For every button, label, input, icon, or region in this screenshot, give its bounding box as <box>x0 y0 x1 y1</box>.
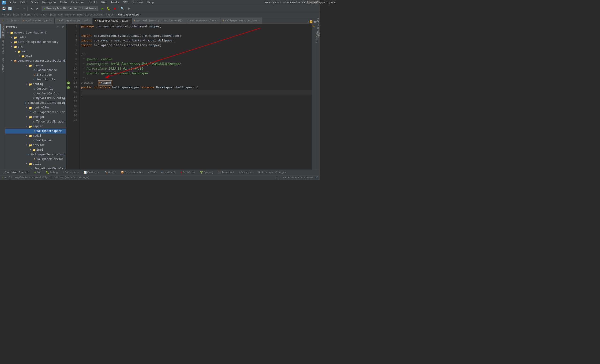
tab-close-service[interactable]: ✕ <box>258 19 260 22</box>
tree-config[interactable]: ▼ 📁 config <box>5 82 66 87</box>
bottom-tab-services[interactable]: ⚙ Services <box>237 170 255 175</box>
sync-button[interactable]: 🔄 <box>7 6 13 11</box>
tab-pl-java[interactable]: J .pl.java ✕ <box>0 18 21 24</box>
tree-image-upload[interactable]: C ImageUploadServlet <box>5 166 66 170</box>
debug-button[interactable]: 🐛 <box>106 6 112 11</box>
bottom-tab-spring[interactable]: 🌱 Spring <box>198 170 215 175</box>
bottom-tab-build[interactable]: 🔨 Build <box>103 170 118 175</box>
tree-tencent-cos[interactable]: C TencentCosClientConfig <box>5 101 66 105</box>
project-selector[interactable]: ▶ MemoryIconBackendApplication ▼ <box>42 6 98 11</box>
tree-main[interactable]: ▼ 📁 main <box>5 49 66 54</box>
tree-model[interactable]: ▼ 📁 model <box>5 134 66 138</box>
bottom-tab-debug[interactable]: 🐛 Debug <box>44 170 59 175</box>
bottom-tab-todo[interactable]: ✓ TODO <box>146 170 159 175</box>
tree-tencent-cos-manager[interactable]: C TencentCosManager <box>5 119 66 124</box>
tab-close-pom[interactable]: ✕ <box>182 19 184 22</box>
run-button[interactable]: ▶ <box>100 6 105 11</box>
menu-file[interactable]: File <box>8 0 18 5</box>
bottom-tab-problems[interactable]: ● Problems <box>178 170 197 175</box>
tree-error-code[interactable]: E ErrorCode <box>5 73 66 77</box>
sidebar-settings-button[interactable]: ⚙ <box>61 25 65 29</box>
tree-knife4j[interactable]: C Knife4jConfig <box>5 91 66 96</box>
tree-common[interactable]: ▼ 📁 common <box>5 63 66 68</box>
bottom-tab-dependencies[interactable]: 📦 Dependencies <box>119 170 145 175</box>
vtab-bookmarks[interactable]: Bookmarks <box>0 38 5 56</box>
tab-wallpaper-mapper-java[interactable]: J WallpaperMapper.java ✕ <box>93 18 132 24</box>
menu-build[interactable]: Build <box>87 0 99 5</box>
tab-close-xml[interactable]: ✕ <box>89 19 91 22</box>
tab-close-pl-java[interactable]: ✕ <box>18 19 19 22</box>
breadcrumb-src[interactable]: src <box>34 13 38 16</box>
bottom-tab-terminal[interactable]: ⬛ Terminal <box>216 170 236 175</box>
tree-impl[interactable]: ▼ 📁 impl <box>5 147 66 152</box>
bottom-tab-endpoints[interactable]: ⚡ Endpoints <box>60 170 80 175</box>
tree-manager[interactable]: ▼ 📁 manager <box>5 115 66 119</box>
status-spaces[interactable]: 4 spaces <box>301 176 313 179</box>
tab-wallpaper-mapper-xml[interactable]: X WallpaperMapper.xml ✕ <box>55 18 93 24</box>
tree-result-utils[interactable]: C ResultUtils <box>5 77 66 82</box>
menu-edit[interactable]: Edit <box>19 0 29 5</box>
undo-button[interactable]: ↩ <box>15 6 20 11</box>
tab-wallpaper-service[interactable]: J WallpaperService.java ✕ <box>221 18 262 24</box>
tab-close-mapper[interactable]: ✕ <box>129 19 130 22</box>
vtab-structure[interactable]: Structure <box>0 56 5 74</box>
menu-refactor[interactable]: Refactor <box>69 0 86 5</box>
tree-wallpaper[interactable]: C Wallpaper <box>5 138 66 143</box>
tree-wallpaper-service[interactable]: I WallpaperService <box>5 157 66 162</box>
bottom-tab-run[interactable]: ▶ Run <box>33 170 43 175</box>
tab-application-yaml[interactable]: Y application.yaml ✕ <box>21 18 55 24</box>
bottom-tab-vcs[interactable]: ⎇ Version Control <box>1 170 32 175</box>
tree-root[interactable]: ▼ 📁 memory-icon-backend <box>5 30 66 35</box>
tab-method-proxy[interactable]: C MethodProxy.class ✕ <box>186 18 221 24</box>
status-encoding[interactable]: UTF-8 <box>291 176 299 179</box>
tree-src[interactable]: ▼ 📁 src <box>5 45 66 49</box>
tree-utils[interactable]: ▼ 📁 utils <box>5 162 66 166</box>
tree-mybatis[interactable]: C MybatisPlusConfig <box>5 96 66 101</box>
pull-requests-tab[interactable]: Pull Requests <box>316 35 320 40</box>
status-position[interactable]: 15:1 <box>275 176 281 179</box>
tree-controller[interactable]: ▼ 📁 controller <box>5 105 66 110</box>
stop-button[interactable]: ■ <box>112 6 118 11</box>
breadcrumb-memory[interactable]: memory <box>66 13 75 16</box>
menu-window[interactable]: Window <box>131 0 145 5</box>
tree-java[interactable]: ▼ 📁 java <box>5 54 66 59</box>
breadcrumb-com[interactable]: com <box>58 13 63 16</box>
tree-wallpaper-controller[interactable]: C WallpaperController <box>5 110 66 115</box>
back-button[interactable]: ◀ <box>28 6 34 11</box>
bottom-tab-lua[interactable]: ● LuaCheck <box>159 170 178 175</box>
tree-path-upload[interactable]: ▶ 📁 path_to_upload_directory <box>5 40 66 45</box>
breadcrumb-memoryiconbackend[interactable]: memoryiconbackend <box>77 13 103 16</box>
menu-view[interactable]: View <box>29 0 40 5</box>
save-all-button[interactable]: 💾 <box>1 6 7 11</box>
tree-cors-config[interactable]: C CorsConfig <box>5 87 66 91</box>
menu-code[interactable]: Code <box>58 0 69 5</box>
redo-button[interactable]: ↪ <box>21 6 27 11</box>
tree-service[interactable]: ▼ 📁 service <box>5 143 66 147</box>
search-everywhere-button[interactable]: 🔍 <box>120 6 125 11</box>
code-content[interactable]: package com.memory.memoryiconbackend.map… <box>79 24 312 170</box>
vtab-project[interactable]: Project <box>0 24 5 38</box>
tree-wallpaper-mapper[interactable]: I WallpaperMapper <box>5 129 66 134</box>
breadcrumb-mapper[interactable]: mapper <box>106 13 115 16</box>
menu-vcs[interactable]: VCS <box>122 0 130 5</box>
collapse-all-button[interactable]: ⊟ <box>56 25 60 29</box>
breadcrumb-java[interactable]: java <box>49 13 56 16</box>
tab-close-yaml[interactable]: ✕ <box>51 19 53 22</box>
menu-run[interactable]: Run <box>99 0 108 5</box>
tree-mapper[interactable]: ▼ 📁 mapper <box>5 124 66 129</box>
breadcrumb-root[interactable]: memory-icon-backend <box>2 13 31 16</box>
forward-button[interactable]: ▶ <box>35 6 40 11</box>
tab-pom-xml[interactable]: P pom.xml (memory-icon-backend) ✕ <box>132 18 186 24</box>
code-editor[interactable]: ↻ ↻ 1 2 3 4 5 6 7 8 9 10 11 12 13 <box>66 24 315 170</box>
bottom-tab-profiler[interactable]: 📊 Profiler <box>82 170 102 175</box>
tree-wallpaper-service-impl[interactable]: C WallpaperServiceImpl <box>5 152 66 157</box>
tree-idea[interactable]: ▶ 📁 .idea <box>5 35 66 40</box>
bottom-tab-db-changes[interactable]: 🗄 Database Changes <box>256 170 288 175</box>
status-crlf[interactable]: CRLF <box>283 176 290 179</box>
scroll-tabs-left[interactable]: ◀ <box>313 20 315 24</box>
menu-navigate[interactable]: Navigate <box>40 0 58 5</box>
tree-base-response[interactable]: C BaseResponse <box>5 68 66 73</box>
tab-close-proxy[interactable]: ✕ <box>217 19 219 22</box>
settings-button[interactable]: ⚙ <box>126 6 131 11</box>
menu-help[interactable]: Help <box>145 0 156 5</box>
